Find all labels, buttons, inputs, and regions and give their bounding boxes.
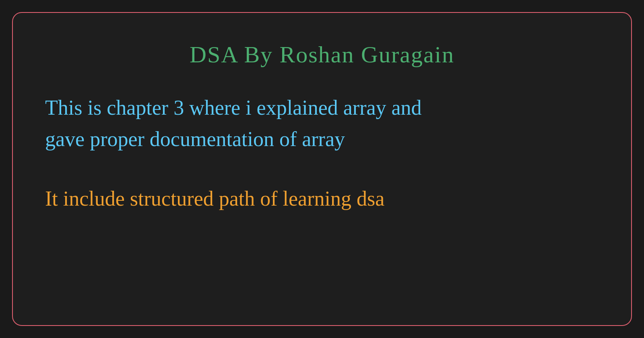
description-line1: This is chapter 3 where i explained arra… xyxy=(45,96,422,119)
page-title: DSA By Roshan Guragain xyxy=(190,41,454,68)
description-text: This is chapter 3 where i explained arra… xyxy=(45,92,599,155)
subtitle-text: It include structured path of learning d… xyxy=(45,183,599,214)
main-card: DSA By Roshan Guragain This is chapter 3… xyxy=(12,12,632,326)
description-line2: gave proper documentation of array xyxy=(45,128,345,150)
